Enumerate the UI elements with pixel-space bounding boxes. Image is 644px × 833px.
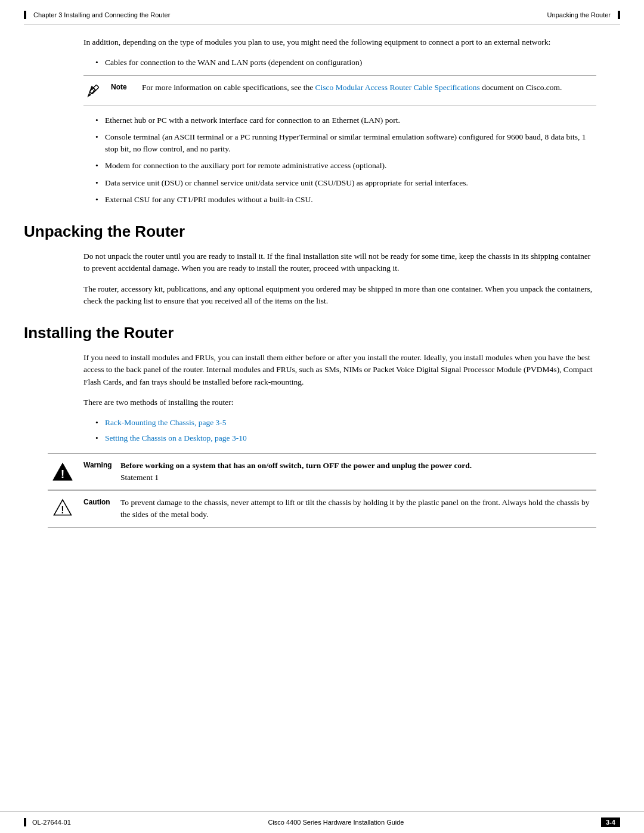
footer-page-number: 3-4 bbox=[601, 817, 620, 827]
caution-label: Caution bbox=[83, 497, 114, 506]
header-right: Unpacking the Router bbox=[547, 11, 620, 19]
install-link-list: Rack-Mounting the Chassis, page 3-5 Sett… bbox=[95, 417, 596, 445]
footer-left-bar bbox=[24, 818, 26, 826]
caution-icon-container: ! bbox=[48, 497, 78, 517]
warning-triangle-icon: ! bbox=[52, 461, 73, 482]
warning-box: ! Warning Before working on a system tha… bbox=[48, 453, 596, 491]
section-heading-unpack: Unpacking the Router bbox=[24, 222, 620, 241]
note-link[interactable]: Cisco Modular Access Router Cable Specif… bbox=[315, 83, 480, 92]
unpack-para2: The router, accessory kit, publications,… bbox=[83, 283, 596, 308]
header-section: Unpacking the Router bbox=[547, 11, 611, 18]
bullet-item: Data service unit (DSU) or channel servi… bbox=[95, 177, 596, 189]
bullet-list-main: Ethernet hub or PC with a network interf… bbox=[95, 114, 596, 206]
install-para2: There are two methods of installing the … bbox=[83, 397, 596, 408]
page-container: Chapter 3 Installing and Connecting the … bbox=[0, 0, 644, 833]
footer-left-text: OL-27644-01 bbox=[32, 819, 71, 826]
bullet-list-top: Cables for connection to the WAN and LAN… bbox=[95, 57, 596, 69]
warning-text: Before working on a system that has an o… bbox=[120, 460, 596, 484]
caution-triangle-icon: ! bbox=[53, 498, 72, 517]
note-label: Note bbox=[111, 82, 136, 91]
bullet-item: Console terminal (an ASCII terminal or a… bbox=[95, 131, 596, 156]
header-right-bar bbox=[618, 11, 620, 19]
footer-center: Cisco 4400 Series Hardware Installation … bbox=[268, 819, 404, 826]
link-item: Setting the Chassis on a Desktop, page 3… bbox=[95, 432, 596, 444]
svg-text:!: ! bbox=[61, 505, 64, 515]
note-box: Note For more information on cable speci… bbox=[83, 75, 596, 106]
link-item: Rack-Mounting the Chassis, page 3-5 bbox=[95, 417, 596, 429]
header-left: Chapter 3 Installing and Connecting the … bbox=[24, 11, 170, 19]
svg-text:!: ! bbox=[61, 467, 65, 480]
bullet-item: Ethernet hub or PC with a network interf… bbox=[95, 114, 596, 126]
intro-text: In addition, depending on the type of mo… bbox=[83, 36, 596, 48]
warning-label: Warning bbox=[83, 460, 114, 469]
bullet-item: External CSU for any CT1/PRI modules wit… bbox=[95, 194, 596, 206]
desktop-link[interactable]: Setting the Chassis on a Desktop, page 3… bbox=[105, 433, 247, 442]
section-heading-install: Installing the Router bbox=[24, 324, 620, 342]
page-footer: OL-27644-01 Cisco 4400 Series Hardware I… bbox=[0, 811, 644, 833]
install-para1: If you need to install modules and FRUs,… bbox=[83, 352, 596, 388]
page-header: Chapter 3 Installing and Connecting the … bbox=[0, 0, 644, 24]
header-chapter: Chapter 3 Installing and Connecting the … bbox=[33, 11, 170, 18]
caution-text: To prevent damage to the chassis, never … bbox=[120, 497, 596, 521]
footer-left: OL-27644-01 bbox=[24, 818, 71, 826]
bullet-item: Modem for connection to the auxiliary po… bbox=[95, 160, 596, 172]
note-text: For more information on cable specificat… bbox=[142, 82, 596, 94]
rack-mount-link[interactable]: Rack-Mounting the Chassis, page 3-5 bbox=[105, 418, 227, 427]
content-area: In addition, depending on the type of mo… bbox=[0, 24, 644, 563]
unpack-para1: Do not unpack the router until you are r… bbox=[83, 250, 596, 275]
note-icon bbox=[83, 82, 105, 100]
header-left-bar bbox=[24, 11, 26, 19]
footer-right: 3-4 bbox=[601, 817, 620, 827]
warning-icon-container: ! bbox=[48, 460, 78, 482]
caution-box: ! Caution To prevent damage to the chass… bbox=[48, 490, 596, 528]
bullet-item: Cables for connection to the WAN and LAN… bbox=[95, 57, 596, 69]
pencil-icon bbox=[86, 83, 103, 100]
